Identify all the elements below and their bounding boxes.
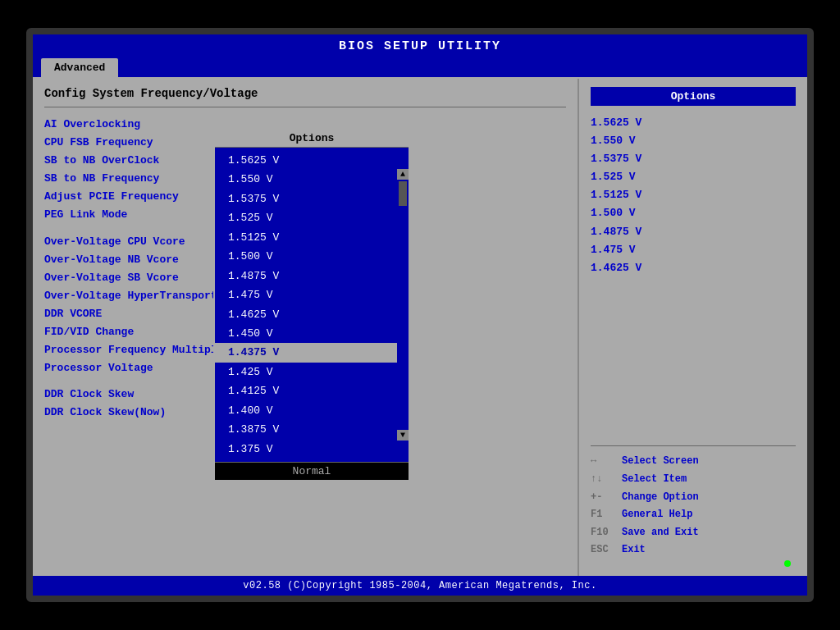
section-title: Config System Frequency/Voltage bbox=[44, 87, 566, 100]
dropdown-item-15[interactable]: 1.375 V bbox=[215, 440, 409, 459]
dropdown-item-0[interactable]: 1.5625 V bbox=[215, 151, 409, 170]
hotkey-select-screen: ↔ Select Screen bbox=[591, 453, 796, 471]
dropdown-overlay: Options 1.5625 V 1.550 V 1.5375 V 1.525 … bbox=[213, 128, 410, 482]
option-val-5: 1.500 V bbox=[591, 204, 796, 222]
bios-screen: BIOS SETUP UTILITY Advanced Config Syste… bbox=[26, 28, 814, 602]
scroll-track bbox=[397, 180, 409, 430]
dropdown-item-7[interactable]: 1.475 V bbox=[215, 285, 409, 304]
option-val-8: 1.4625 V bbox=[591, 259, 796, 277]
hotkeys-section: ↔ Select Screen ↑↓ Select Item +- Change… bbox=[591, 445, 796, 559]
dropdown-item-10-selected[interactable]: 1.4375 V bbox=[215, 343, 409, 362]
dropdown-item-8[interactable]: 1.4625 V bbox=[215, 305, 409, 324]
dropdown-item-12[interactable]: 1.4125 V bbox=[215, 381, 409, 400]
hotkey-esc: ESC Exit bbox=[591, 541, 796, 559]
footer-text: v02.58 (C)Copyright 1985-2004, American … bbox=[243, 580, 596, 591]
option-val-2: 1.5375 V bbox=[591, 150, 796, 168]
title-bar: BIOS SETUP UTILITY bbox=[33, 34, 807, 58]
dropdown-item-1[interactable]: 1.550 V bbox=[215, 170, 409, 189]
option-val-4: 1.5125 V bbox=[591, 186, 796, 204]
hotkey-label-change-option: Change Option bbox=[622, 489, 699, 507]
dropdown-item-2[interactable]: 1.5375 V bbox=[215, 189, 409, 208]
dropdown-item-14[interactable]: 1.3875 V bbox=[215, 420, 409, 439]
tab-advanced[interactable]: Advanced bbox=[41, 58, 118, 77]
footer-bar: v02.58 (C)Copyright 1985-2004, American … bbox=[33, 576, 807, 596]
hotkey-label-general-help: General Help bbox=[622, 506, 692, 524]
dropdown-scrollbar[interactable]: ▲ ▼ bbox=[397, 169, 409, 441]
hotkey-label-select-item: Select Item bbox=[622, 471, 687, 489]
option-val-7: 1.475 V bbox=[591, 241, 796, 259]
hotkey-change-option: +- Change Option bbox=[591, 489, 796, 507]
option-val-6: 1.4875 V bbox=[591, 223, 796, 241]
right-panel: Options 1.5625 V 1.550 V 1.5375 V 1.525 … bbox=[578, 79, 807, 576]
option-val-1: 1.550 V bbox=[591, 132, 796, 150]
option-val-3: 1.525 V bbox=[591, 168, 796, 186]
hotkey-key-plusminus: +- bbox=[591, 489, 617, 507]
bios-title: BIOS SETUP UTILITY bbox=[339, 39, 501, 53]
scroll-down-arrow[interactable]: ▼ bbox=[397, 430, 409, 441]
dropdown-list: 1.5625 V 1.550 V 1.5375 V 1.525 V 1.5125… bbox=[215, 148, 409, 462]
hotkey-key-f10: F10 bbox=[591, 524, 617, 542]
dropdown-item-9[interactable]: 1.450 V bbox=[215, 324, 409, 343]
hotkey-label-exit: Exit bbox=[622, 541, 646, 559]
hotkey-general-help: F1 General Help bbox=[591, 506, 796, 524]
hotkey-label-select-screen: Select Screen bbox=[622, 453, 699, 471]
green-indicator bbox=[784, 560, 791, 567]
hotkey-key-arrows: ↔ bbox=[591, 453, 617, 471]
dropdown-item-4[interactable]: 1.5125 V bbox=[215, 228, 409, 247]
scroll-up-arrow[interactable]: ▲ bbox=[397, 169, 409, 180]
dropdown-item-11[interactable]: 1.425 V bbox=[215, 363, 409, 381]
dropdown-item-13[interactable]: 1.400 V bbox=[215, 401, 409, 420]
hotkey-key-updown: ↑↓ bbox=[591, 471, 617, 489]
options-list: 1.5625 V 1.550 V 1.5375 V 1.525 V 1.5125… bbox=[591, 114, 796, 434]
left-panel: Config System Frequency/Voltage AI Overc… bbox=[33, 79, 578, 576]
dropdown-item-5[interactable]: 1.500 V bbox=[215, 247, 409, 266]
dropdown-footer: Normal bbox=[215, 462, 409, 480]
main-content: Config System Frequency/Voltage AI Overc… bbox=[33, 79, 807, 576]
dropdown-item-3[interactable]: 1.525 V bbox=[215, 208, 409, 227]
scroll-thumb[interactable] bbox=[399, 181, 407, 206]
dropdown-item-6[interactable]: 1.4875 V bbox=[215, 267, 409, 285]
hotkey-key-f1: F1 bbox=[591, 506, 617, 524]
hotkey-save-exit: F10 Save and Exit bbox=[591, 524, 796, 542]
divider bbox=[44, 107, 566, 107]
tab-bar: Advanced bbox=[33, 58, 807, 79]
indicator-area bbox=[591, 559, 796, 568]
options-header: Options bbox=[591, 87, 796, 106]
dropdown-body: 1.5625 V 1.550 V 1.5375 V 1.525 V 1.5125… bbox=[215, 148, 409, 462]
hotkey-select-item: ↑↓ Select Item bbox=[591, 471, 796, 489]
dropdown-header: Options bbox=[215, 130, 409, 148]
hotkey-key-esc: ESC bbox=[591, 541, 617, 559]
option-val-0: 1.5625 V bbox=[591, 114, 796, 132]
hotkey-label-save-exit: Save and Exit bbox=[622, 524, 699, 542]
